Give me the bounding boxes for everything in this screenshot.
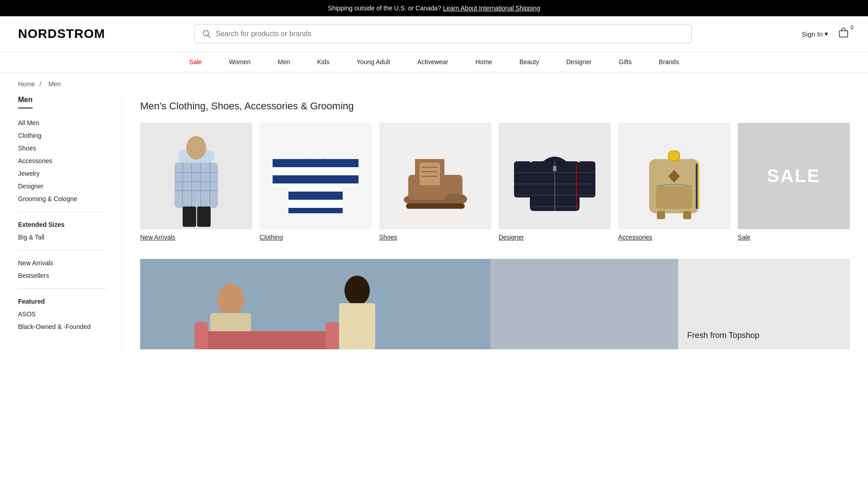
sidebar-item-asos[interactable]: ASOS [18, 308, 108, 320]
sidebar-item-grooming[interactable]: Grooming & Cologne [18, 192, 108, 205]
svg-rect-53 [669, 151, 679, 161]
banner-link[interactable]: Learn About International Shipping [443, 5, 540, 12]
sidebar-extended-sizes: Extended Sizes Big & Tall [18, 218, 108, 244]
category-card-accessories[interactable]: Accessories [618, 123, 730, 241]
svg-rect-65 [199, 331, 335, 349]
sidebar-item-clothing[interactable]: Clothing [18, 129, 108, 142]
svg-rect-34 [406, 203, 465, 209]
svg-rect-64 [339, 303, 375, 349]
category-card-clothing[interactable]: Clothing [259, 123, 372, 241]
sidebar-item-all-men[interactable]: All Men [18, 117, 108, 129]
banner-text: Shipping outside of the U.S. or Canada? [328, 5, 441, 12]
promo-image-left[interactable] [140, 259, 678, 349]
bag-icon [837, 26, 850, 39]
nav-item-activewear[interactable]: Activewear [417, 58, 448, 66]
category-grid: New Arrivals [140, 123, 850, 241]
search-input[interactable] [216, 30, 684, 38]
page-title: Men's Clothing, Shoes, Accessories & Gro… [140, 100, 850, 112]
sidebar-divider-3 [18, 288, 108, 289]
content-area: Men All Men Clothing Shoes Accessories J… [0, 96, 868, 349]
breadcrumb-home[interactable]: Home [18, 80, 35, 88]
category-card-sale[interactable]: SALE Sale [738, 123, 850, 241]
category-card-new-arrivals[interactable]: New Arrivals [140, 123, 252, 241]
svg-rect-17 [288, 175, 343, 183]
category-image-new-arrivals [140, 123, 252, 229]
svg-rect-25 [341, 175, 359, 183]
svg-rect-24 [341, 159, 359, 167]
nav-item-kids[interactable]: Kids [317, 58, 330, 66]
sidebar-title: Men [18, 96, 33, 108]
nav-item-gifts[interactable]: Gifts [619, 58, 632, 66]
sign-in-button[interactable]: Sign In ▾ [802, 30, 828, 38]
new-arrivals-illustration [151, 123, 241, 229]
svg-rect-47 [578, 161, 595, 197]
category-label-designer: Designer [499, 234, 611, 241]
nav-item-women[interactable]: Women [229, 58, 250, 66]
nav-item-home[interactable]: Home [476, 58, 492, 66]
breadcrumb-current: Men [48, 80, 61, 88]
nav-item-sale[interactable]: Sale [189, 58, 202, 66]
sidebar-arrivals-section: New Arrivals Bestsellers [18, 257, 108, 282]
accessories-illustration [629, 123, 719, 229]
svg-point-63 [344, 276, 370, 305]
category-label-clothing: Clothing [259, 234, 372, 241]
chevron-down-icon: ▾ [825, 30, 828, 38]
category-image-accessories [618, 123, 730, 229]
svg-rect-22 [273, 175, 290, 183]
sidebar-divider-1 [18, 211, 108, 212]
sidebar-featured-section: Featured ASOS Black-Owned & -Founded [18, 295, 108, 333]
svg-rect-66 [194, 322, 208, 349]
promo-right-label: Fresh from Topshop [687, 331, 760, 340]
sidebar-item-black-owned[interactable]: Black-Owned & -Founded [18, 320, 108, 333]
header-right: Sign In ▾ 0 [778, 26, 850, 42]
sidebar-main-links: All Men Clothing Shoes Accessories Jewel… [18, 117, 108, 205]
sidebar-item-designer[interactable]: Designer [18, 180, 108, 192]
sidebar-item-shoes[interactable]: Shoes [18, 142, 108, 155]
logo[interactable]: NORDSTROM [18, 27, 108, 41]
designer-illustration [509, 123, 600, 229]
sidebar-item-accessories[interactable]: Accessories [18, 155, 108, 167]
sidebar-item-featured-title[interactable]: Featured [18, 295, 108, 308]
svg-rect-52 [656, 186, 692, 209]
promo-card-right[interactable]: Fresh from Topshop [678, 259, 850, 349]
category-image-designer [499, 123, 611, 229]
sidebar-item-jewelry[interactable]: Jewelry [18, 167, 108, 180]
search-bar-container [194, 24, 692, 43]
svg-point-61 [217, 284, 244, 315]
nav-item-beauty[interactable]: Beauty [519, 58, 539, 66]
category-label-accessories: Accessories [618, 234, 730, 241]
svg-rect-13 [183, 206, 196, 227]
sidebar-item-big-tall[interactable]: Big & Tall [18, 231, 108, 244]
sidebar-item-new-arrivals[interactable]: New Arrivals [18, 257, 108, 269]
sidebar-item-extended-sizes[interactable]: Extended Sizes [18, 218, 108, 231]
promo-section: Fresh from Topshop [140, 259, 850, 349]
nav-item-young-adult[interactable]: Young Adult [357, 58, 390, 66]
nav-item-designer[interactable]: Designer [566, 58, 591, 66]
category-card-designer[interactable]: Designer [499, 123, 611, 241]
sidebar-divider-2 [18, 250, 108, 250]
svg-rect-21 [273, 159, 290, 167]
sidebar-item-bestsellers[interactable]: Bestsellers [18, 269, 108, 282]
clothing-illustration [270, 123, 361, 229]
main-nav: Sale Women Men Kids Young Adult Activewe… [0, 52, 868, 72]
svg-point-28 [444, 193, 467, 204]
svg-rect-19 [288, 208, 343, 213]
promo-people-illustration [140, 259, 491, 349]
svg-rect-55 [683, 211, 691, 219]
category-label-shoes: Shoes [379, 234, 491, 241]
category-label-sale: Sale [738, 234, 850, 241]
cart-count: 0 [850, 24, 854, 31]
cart-button[interactable]: 0 [837, 26, 850, 42]
category-card-shoes[interactable]: Shoes [379, 123, 491, 241]
svg-line-1 [208, 35, 210, 38]
sign-in-label: Sign In [802, 30, 823, 38]
breadcrumb: Home / Men [0, 72, 868, 96]
svg-rect-43 [514, 161, 531, 197]
nav-item-men[interactable]: Men [278, 58, 290, 66]
nav-item-brands[interactable]: Brands [659, 58, 679, 66]
svg-rect-18 [288, 192, 343, 200]
header: NORDSTROM Sign In ▾ 0 [0, 16, 868, 52]
svg-rect-5 [175, 163, 218, 208]
shoes-illustration [390, 123, 481, 229]
top-banner: Shipping outside of the U.S. or Canada? … [0, 0, 868, 16]
